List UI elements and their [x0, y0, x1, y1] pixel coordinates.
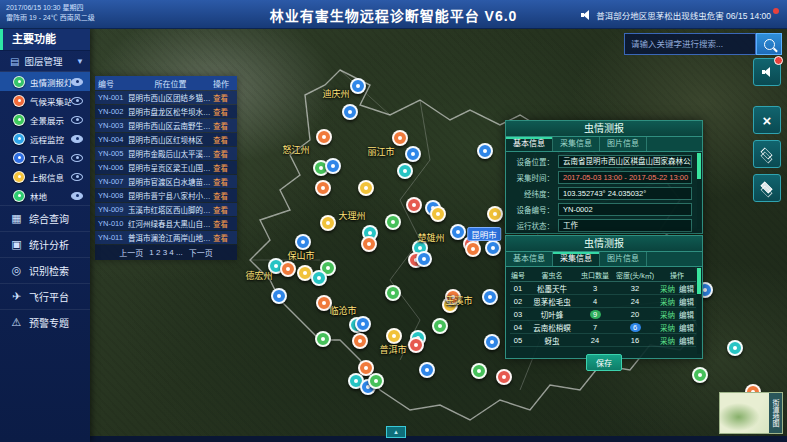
view-link[interactable]: 查看 [213, 134, 237, 145]
edit-link[interactable]: 编辑 [679, 298, 694, 307]
prev-page-button[interactable]: 上一页 [119, 247, 143, 258]
edit-link[interactable]: 编辑 [679, 285, 694, 294]
search-input[interactable] [624, 33, 756, 55]
map-marker[interactable] [350, 78, 366, 94]
map-bottom-toggle[interactable]: ▴ [386, 426, 406, 438]
eye-toggle-icon[interactable] [71, 173, 83, 181]
map-marker[interactable] [385, 285, 401, 301]
tab-1[interactable]: 基本信息 [506, 137, 553, 151]
map-marker[interactable] [485, 240, 501, 256]
save-button[interactable]: 保存 [586, 354, 622, 371]
field-value[interactable]: YN-0002 [558, 203, 692, 216]
map-marker[interactable] [316, 129, 332, 145]
sidebar-group-layer-manage[interactable]: ▤ 图层管理 ▼ [0, 51, 90, 72]
view-link[interactable]: 查看 [213, 148, 237, 159]
sidebar-layer-item[interactable]: 上报信息 [0, 167, 90, 186]
map-marker[interactable] [450, 224, 466, 240]
map-marker[interactable] [477, 143, 493, 159]
layers-tool-button[interactable] [753, 140, 781, 168]
expand-tool-button[interactable]: × [753, 106, 781, 134]
map-marker[interactable] [406, 197, 422, 213]
map-marker[interactable] [315, 180, 331, 196]
map-marker[interactable] [368, 373, 384, 389]
sidebar-layer-item[interactable]: 工作人员 [0, 148, 90, 167]
map-marker[interactable] [482, 289, 498, 305]
map-marker[interactable] [419, 362, 435, 378]
info-scrollbar[interactable] [697, 153, 701, 229]
map-marker[interactable] [408, 337, 424, 353]
map-marker[interactable] [361, 236, 377, 252]
accept-link[interactable]: 采纳 [660, 311, 675, 320]
view-link[interactable]: 查看 [213, 162, 237, 173]
map-marker[interactable] [352, 333, 368, 349]
tab-1[interactable]: 基本信息 [506, 252, 553, 266]
map-marker[interactable] [416, 251, 432, 267]
view-link[interactable]: 查看 [213, 204, 237, 215]
map-marker[interactable] [496, 369, 512, 385]
alert-ticker[interactable]: 普洱部分地区思茅松出现线虫危害 06/15 14:00 [581, 9, 779, 21]
sidebar-item-drone[interactable]: ✈飞行平台 [0, 283, 90, 309]
map-marker[interactable] [487, 206, 503, 222]
view-link[interactable]: 查看 [213, 190, 237, 201]
sidebar-layer-item[interactable]: 气候采集站 [0, 91, 90, 110]
map-marker[interactable] [484, 334, 500, 350]
map-marker[interactable] [430, 206, 446, 222]
tab-2[interactable]: 采集信息 [553, 252, 600, 266]
next-page-button[interactable]: 下一页 [189, 247, 213, 258]
tab-3[interactable]: 图片信息 [600, 137, 647, 151]
eye-toggle-icon[interactable] [71, 192, 83, 200]
sidebar-layer-item[interactable]: 虫情测报灯 [0, 72, 90, 91]
eye-toggle-icon[interactable] [71, 116, 83, 124]
page-numbers[interactable]: 1 2 3 4 ... [149, 248, 182, 257]
view-link[interactable]: 查看 [213, 120, 237, 131]
map-marker[interactable] [432, 318, 448, 334]
eye-toggle-icon[interactable] [71, 97, 83, 105]
eye-toggle-icon[interactable] [71, 154, 83, 162]
tab-3[interactable]: 图片信息 [600, 252, 647, 266]
view-link[interactable]: 查看 [213, 106, 237, 117]
field-value[interactable]: 云南省昆明市西山区棋盘山国家森林公园 [558, 155, 692, 168]
map-marker[interactable] [358, 180, 374, 196]
eye-toggle-icon[interactable] [71, 78, 83, 86]
collect-scrollbar[interactable] [697, 268, 701, 354]
volume-tool-button[interactable] [753, 58, 781, 86]
map-marker[interactable] [397, 163, 413, 179]
map-marker[interactable] [355, 316, 371, 332]
map-marker[interactable] [727, 340, 743, 356]
sidebar-item-chart[interactable]: ▣统计分析 [0, 231, 90, 257]
edit-link[interactable]: 编辑 [679, 324, 694, 333]
map-marker[interactable] [311, 270, 327, 286]
sidebar-layer-item[interactable]: 全景展示 [0, 110, 90, 129]
sidebar-item-grid[interactable]: ▦综合查询 [0, 205, 90, 231]
map-marker[interactable] [385, 214, 401, 230]
map-marker[interactable] [320, 215, 336, 231]
edit-link[interactable]: 编辑 [679, 337, 694, 346]
field-value[interactable]: 工作 [558, 219, 692, 232]
view-link[interactable]: 查看 [213, 218, 237, 229]
stack-tool-button[interactable] [753, 174, 781, 202]
minimap[interactable]: 街道地图 [719, 392, 783, 434]
map-marker[interactable] [315, 331, 331, 347]
sidebar-layer-item[interactable]: 林地 [0, 186, 90, 205]
accept-link[interactable]: 采纳 [660, 298, 675, 307]
map-marker[interactable] [271, 288, 287, 304]
map-marker[interactable] [465, 241, 481, 257]
view-link[interactable]: 查看 [213, 232, 237, 243]
accept-link[interactable]: 采纳 [660, 337, 675, 346]
map-marker[interactable] [405, 146, 421, 162]
sidebar-layer-item[interactable]: 远程监控 [0, 129, 90, 148]
edit-link[interactable]: 编辑 [679, 311, 694, 320]
tab-2[interactable]: 采集信息 [553, 137, 600, 151]
view-link[interactable]: 查看 [213, 92, 237, 103]
field-value[interactable]: 103.352743° 24.035032° [558, 187, 692, 200]
map-marker[interactable] [280, 261, 296, 277]
field-value[interactable]: 2017-05-03 13:00 - 2017-05-22 13:00 [558, 171, 692, 184]
map-marker[interactable] [342, 104, 358, 120]
sidebar-item-alert[interactable]: ⚠预警专题 [0, 309, 90, 335]
view-link[interactable]: 查看 [213, 176, 237, 187]
search-button[interactable] [756, 33, 782, 55]
accept-link[interactable]: 采纳 [660, 324, 675, 333]
map-marker[interactable] [325, 158, 341, 174]
eye-toggle-icon[interactable] [71, 135, 83, 143]
sidebar-item-scan[interactable]: ◎识别检索 [0, 257, 90, 283]
